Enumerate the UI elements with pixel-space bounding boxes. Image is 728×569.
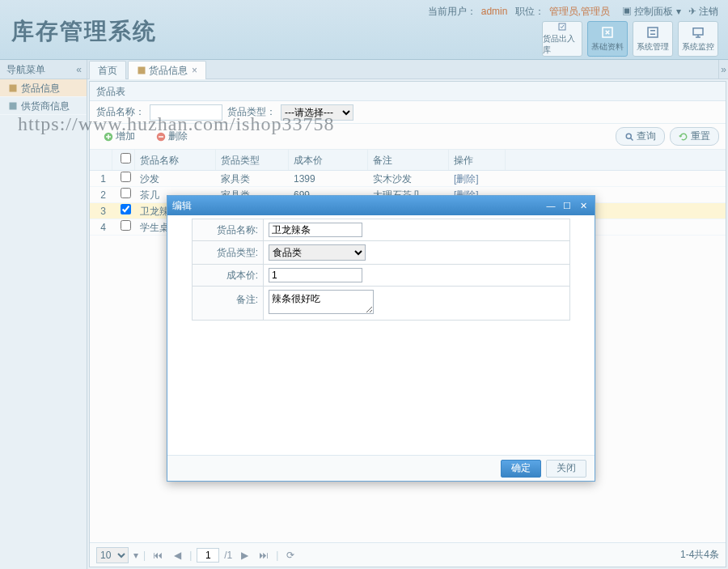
row-num: 3	[90, 203, 112, 219]
pager: 10▾ | ⏮ ◀ | /1 ▶ ⏭ | ⟳ 1-4共4条	[90, 542, 726, 567]
svg-rect-4	[10, 84, 17, 91]
delete-button[interactable]: 删除	[149, 126, 195, 146]
col-type[interactable]: 货品类型	[216, 150, 289, 170]
page-icon	[8, 101, 18, 111]
right-collapse-icon[interactable]: »	[718, 60, 728, 79]
settings-icon	[645, 25, 660, 40]
minus-icon	[156, 132, 166, 142]
close-icon[interactable]: ✕	[577, 200, 590, 211]
row-checkbox[interactable]	[112, 171, 135, 186]
sidebar-item-supplier[interactable]: 供货商信息	[0, 97, 87, 115]
svg-rect-6	[138, 67, 146, 74]
page-size-select[interactable]: 10	[96, 547, 129, 563]
search-type-label: 货品类型：	[227, 105, 276, 119]
form-name-input[interactable]	[269, 223, 362, 237]
row-checkbox[interactable]	[112, 219, 135, 235]
form-remark-input[interactable]	[269, 290, 374, 314]
plus-icon	[104, 132, 113, 142]
refresh-icon[interactable]: ⟳	[283, 548, 298, 563]
sidebar-item-goods[interactable]: 货品信息	[0, 79, 87, 97]
top-nav-system[interactable]: 系统管理	[633, 21, 673, 57]
role-label: 职位：	[515, 6, 544, 17]
refresh-icon	[679, 132, 688, 142]
next-page-icon[interactable]: ▶	[237, 548, 252, 563]
col-rownum	[90, 150, 112, 170]
form-price-label: 成本价:	[193, 265, 264, 287]
user-info: 当前用户：admin 职位：管理员,管理员 ▣ 控制面板 ▾ ✈ 注销	[423, 5, 718, 19]
page-icon	[8, 83, 18, 93]
top-nav-monitor[interactable]: 系统监控	[678, 21, 718, 57]
row-num: 4	[90, 219, 112, 235]
monitor-icon	[691, 25, 705, 40]
svg-point-9	[626, 134, 631, 138]
form-remark-label: 备注:	[193, 287, 264, 321]
app-logo: 库存管理系统	[11, 16, 157, 47]
form-type-select[interactable]: 食品类	[269, 244, 366, 261]
first-page-icon[interactable]: ⏮	[150, 548, 165, 563]
minimize-icon[interactable]: —	[544, 200, 557, 211]
edit-icon	[600, 25, 615, 40]
top-nav-inout[interactable]: 货品出入库	[542, 21, 582, 57]
total-pages: /1	[224, 550, 232, 561]
col-checkbox[interactable]	[112, 150, 135, 170]
sidebar-collapse-icon[interactable]: «	[76, 60, 82, 79]
dialog-title: 编辑	[172, 199, 544, 213]
logout-link[interactable]: ✈ 注销	[688, 6, 718, 17]
control-panel-dropdown[interactable]: ▣ 控制面板 ▾	[617, 6, 681, 17]
sidebar: 导航菜单 « 货品信息 供货商信息	[0, 60, 87, 569]
row-checkbox[interactable]	[112, 187, 135, 202]
prev-page-icon[interactable]: ◀	[170, 548, 184, 563]
row-name: 沙发	[135, 171, 216, 186]
search-name-label: 货品名称：	[96, 105, 145, 119]
pager-info: 1-4共4条	[680, 548, 719, 562]
row-price: 1399	[289, 171, 368, 186]
search-type-select[interactable]: ---请选择---	[281, 104, 353, 121]
maximize-icon[interactable]: ☐	[561, 200, 574, 211]
col-op: 操作	[449, 150, 506, 170]
col-price[interactable]: 成本价	[289, 150, 368, 170]
table-row[interactable]: 1沙发家具类1399实木沙发[删除]	[90, 171, 726, 187]
row-num: 1	[90, 171, 112, 186]
row-type: 家具类	[216, 171, 289, 186]
last-page-icon[interactable]: ⏭	[256, 548, 271, 563]
svg-rect-5	[10, 102, 17, 109]
ok-button[interactable]: 确定	[501, 460, 541, 478]
query-button[interactable]: 查询	[616, 127, 665, 146]
row-remark: 实木沙发	[368, 171, 449, 186]
form-price-input[interactable]	[269, 268, 362, 282]
tab-home[interactable]: 首页	[89, 61, 126, 79]
delete-link[interactable]: [删除]	[454, 173, 479, 185]
svg-rect-3	[693, 28, 703, 35]
row-num: 2	[90, 187, 112, 202]
form-name-label: 货品名称:	[193, 219, 264, 241]
col-name[interactable]: 货品名称	[135, 150, 216, 170]
search-icon	[624, 132, 634, 142]
username[interactable]: admin	[481, 6, 508, 17]
sidebar-title: 导航菜单 «	[0, 60, 87, 79]
tab-goods[interactable]: 货品信息 ×	[128, 61, 206, 79]
row-checkbox[interactable]	[112, 203, 135, 219]
tab-bar: 首页 货品信息 ×	[87, 60, 728, 79]
edit-icon	[555, 22, 569, 32]
reset-button[interactable]: 重置	[670, 127, 719, 146]
form-type-label: 货品类型:	[193, 241, 264, 265]
tab-close-icon[interactable]: ×	[192, 62, 197, 80]
add-button[interactable]: 增加	[96, 126, 142, 146]
panel-title: 货品表	[90, 82, 726, 101]
edit-dialog: 编辑 — ☐ ✕ 货品名称: 货品类型: 食品类 成本价: 备注:	[167, 195, 595, 482]
close-button[interactable]: 关闭	[546, 460, 586, 478]
top-nav-base[interactable]: 基础资料	[587, 21, 628, 57]
svg-rect-2	[648, 28, 658, 37]
role-value: 管理员,管理员	[549, 6, 610, 17]
page-icon	[137, 66, 146, 75]
search-name-input[interactable]	[150, 104, 222, 121]
page-input[interactable]	[197, 548, 219, 563]
col-remark[interactable]: 备注	[368, 150, 449, 170]
current-user-label: 当前用户：	[428, 6, 476, 17]
